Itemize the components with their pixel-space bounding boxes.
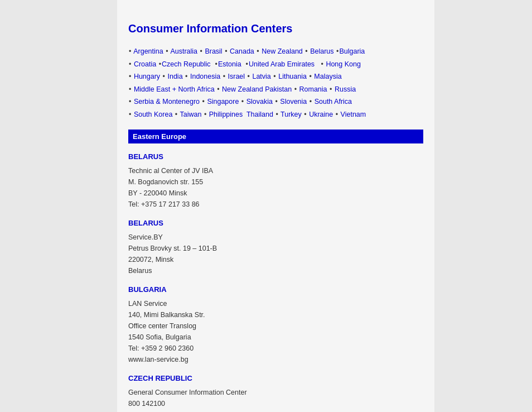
link-argentina[interactable]: Argentina [133, 47, 163, 55]
address-street: M. Bogdanovich str. 155 [128, 176, 423, 188]
link-latvia[interactable]: Latvia [252, 73, 270, 80]
link-slovenia[interactable]: Slovenia [280, 98, 307, 106]
link-romania[interactable]: Romania [299, 85, 327, 93]
link-philippines[interactable]: Philippines [209, 111, 243, 118]
link-russia[interactable]: Russia [335, 85, 356, 93]
link-israel[interactable]: Israel [228, 73, 245, 80]
nav-row-4: • Middle East + North Africa • New Zeala… [128, 83, 423, 96]
address-building: Office center Translog [128, 320, 423, 332]
link-australia[interactable]: Australia [170, 47, 197, 55]
link-serbia[interactable]: Serbia & Montenegro [134, 98, 200, 106]
sidebar-right [434, 0, 532, 412]
link-hungary[interactable]: Hungary [134, 73, 160, 80]
nav-row-2: • Croatia •Czech Republic •Estonia •Unit… [128, 58, 423, 71]
link-croatia[interactable]: Croatia [134, 60, 156, 68]
link-india[interactable]: India [167, 73, 182, 80]
address-web: www.lan-service.bg [128, 354, 423, 365]
link-middle-east[interactable]: Middle East + North Africa [134, 85, 215, 93]
page-title: Consumer Information Centers [128, 22, 423, 35]
link-malaysia[interactable]: Malaysia [314, 73, 341, 80]
address-name: Service.BY [128, 232, 423, 243]
link-lithuania[interactable]: Lithuania [278, 73, 307, 80]
country-title-czech: CZECH REPUBLIC [128, 374, 423, 382]
link-uae[interactable]: United Arab Emirates [249, 60, 315, 68]
link-hong-kong[interactable]: Hong Kong [326, 60, 361, 68]
sidebar-left [0, 0, 117, 412]
bullet: • [129, 47, 131, 55]
link-nz-pakistan[interactable]: New Zealand Pakistan [222, 85, 292, 93]
nav-row-3: • Hungary • India • Indonesia • Israel •… [128, 70, 423, 83]
address-country: Belarus [128, 265, 423, 276]
link-belarus[interactable]: Belarus [310, 47, 333, 55]
address-name: Technic al Center of JV IBA [128, 165, 423, 176]
address-street: 140, Mimi Balkanska Str. [128, 309, 423, 320]
link-south-korea[interactable]: South Korea [134, 111, 173, 118]
address-street: Petrus Brovky st. 19 – 101-B [128, 243, 423, 254]
link-bulgaria[interactable]: Bulgaria [339, 47, 365, 55]
address-tel: Tel: +359 2 960 2360 [128, 343, 423, 354]
link-thailand[interactable]: Thailand [246, 111, 273, 118]
nav-row-5: • Serbia & Montenegro • Singapore • Slov… [128, 95, 423, 108]
link-new-zealand[interactable]: New Zealand [262, 47, 303, 55]
link-estonia[interactable]: Estonia [218, 60, 241, 68]
link-taiwan[interactable]: Taiwan [180, 111, 202, 118]
link-canada[interactable]: Canada [230, 47, 254, 55]
country-title-belarus-1: BELARUS [128, 152, 423, 161]
address-block-belarus-1: Technic al Center of JV IBA M. Bogdanovi… [128, 165, 423, 210]
link-slovakia[interactable]: Slovakia [246, 98, 273, 106]
address-block-bulgaria: LAN Service 140, Mimi Balkanska Str. Off… [128, 298, 423, 365]
link-vietnam[interactable]: Vietnam [341, 111, 366, 118]
nav-row-6: • South Korea • Taiwan • Philippines Tha… [128, 108, 423, 121]
address-city: BY - 220040 Minsk [128, 188, 423, 199]
address-city: 1540 Sofia, Bulgaria [128, 332, 423, 343]
address-name: LAN Service [128, 298, 423, 309]
link-turkey[interactable]: Turkey [280, 111, 302, 118]
nav-links: • Argentina • Australia • Brasil • Canad… [128, 45, 423, 121]
section-header-eastern-europe: Eastern Europe [128, 130, 423, 143]
address-name: General Consumer Information Center [128, 387, 423, 398]
link-south-africa[interactable]: South Africa [315, 98, 352, 106]
country-title-belarus-2: BELARUS [128, 219, 423, 227]
main-content: Consumer Information Centers • Argentina… [117, 0, 434, 412]
page-wrapper: Consumer Information Centers • Argentina… [0, 0, 532, 412]
address-block-czech: General Consumer Information Center 800 … [128, 387, 423, 409]
link-czech-republic[interactable]: Czech Republic [162, 60, 211, 68]
link-ukraine[interactable]: Ukraine [309, 111, 333, 118]
nav-row-1: • Argentina • Australia • Brasil • Canad… [128, 45, 423, 58]
address-tel: Tel: +375 17 217 33 86 [128, 199, 423, 210]
link-brasil[interactable]: Brasil [205, 47, 222, 55]
address-phone: 800 142100 [128, 398, 423, 409]
address-city: 220072, Minsk [128, 254, 423, 265]
address-block-belarus-2: Service.BY Petrus Brovky st. 19 – 101-B … [128, 232, 423, 276]
link-singapore[interactable]: Singapore [207, 98, 239, 106]
link-indonesia[interactable]: Indonesia [190, 73, 220, 80]
country-title-bulgaria: BULGARIA [128, 285, 423, 294]
